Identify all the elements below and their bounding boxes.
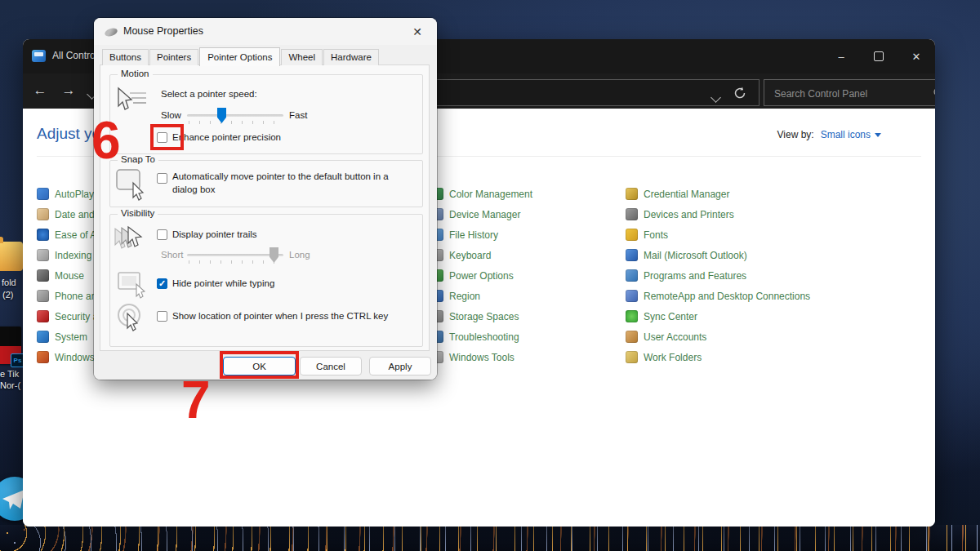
tab-buttons[interactable]: Buttons: [102, 49, 149, 65]
tab-wheel[interactable]: Wheel: [281, 49, 323, 65]
minimize-button[interactable]: –: [822, 39, 860, 73]
address-dropdown-icon[interactable]: [712, 90, 719, 104]
folder-icon[interactable]: [0, 242, 23, 271]
sync-center-icon: [626, 310, 638, 322]
photoshop-file-icon[interactable]: Ps: [0, 327, 21, 364]
tab-pointer-options[interactable]: Pointer Options: [199, 47, 280, 66]
folder-label-2: (2): [2, 290, 13, 300]
pointer-trails-icon: [112, 225, 149, 253]
item-label: Region: [449, 291, 480, 302]
control-panel-app-icon: [32, 50, 46, 62]
enhance-pointer-precision-checkbox[interactable]: [157, 132, 167, 143]
control-panel-item-autoplay[interactable]: AutoPlay: [37, 184, 98, 204]
control-panel-item-programs-and-features[interactable]: Programs and Features: [626, 265, 810, 286]
show-pointer-location-checkbox[interactable]: [157, 311, 167, 322]
control-panel-item-security-a[interactable]: Security a: [37, 306, 98, 327]
control-panel-item-keyboard[interactable]: Keyboard: [431, 245, 532, 265]
refresh-icon[interactable]: [733, 86, 747, 104]
close-button[interactable]: ✕: [898, 39, 935, 73]
control-panel-item-sync-center[interactable]: Sync Center: [626, 306, 810, 327]
items-column-left: AutoPlayDate andEase of AIndexingMousePh…: [37, 184, 98, 367]
control-panel-item-credential-manager[interactable]: Credential Manager: [626, 184, 810, 204]
programs-features-icon: [626, 269, 638, 282]
control-panel-item-fonts[interactable]: Fonts: [626, 224, 810, 245]
cancel-button[interactable]: Cancel: [300, 357, 362, 375]
pointer-speed-label: Select a pointer speed:: [161, 89, 257, 99]
ok-button[interactable]: OK: [223, 357, 296, 375]
control-panel-item-storage-spaces[interactable]: Storage Spaces: [431, 306, 532, 327]
item-label: Sync Center: [644, 311, 697, 322]
control-panel-item-user-accounts[interactable]: User Accounts: [626, 327, 810, 347]
control-panel-item-troubleshooting[interactable]: Troubleshooting: [431, 327, 532, 347]
maximize-button[interactable]: [860, 39, 898, 73]
control-panel-item-remoteapp-and-desktop-connections[interactable]: RemoteApp and Desktop Connections: [626, 286, 810, 306]
show-pointer-location-label: Show location of pointer when I press th…: [172, 311, 388, 321]
user-accounts-icon: [626, 331, 638, 343]
tab-hardware[interactable]: Hardware: [323, 49, 379, 65]
windows-firewall-icon: [37, 351, 49, 363]
item-label: Security a: [55, 311, 98, 322]
dialog-close-icon[interactable]: ✕: [409, 24, 425, 40]
pointer-speed-icon: [114, 87, 148, 113]
item-label: Device Manager: [449, 209, 520, 220]
control-panel-item-indexing[interactable]: Indexing: [37, 245, 98, 265]
system-icon: [37, 331, 49, 343]
control-panel-item-date-and[interactable]: Date and: [37, 204, 98, 224]
control-panel-item-device-manager[interactable]: Device Manager: [431, 204, 532, 224]
item-label: System: [55, 331, 87, 343]
item-label: Power Options: [449, 270, 514, 282]
items-column-right: Credential ManagerDevices and PrintersFo…: [626, 184, 810, 367]
wallpaper-city-lights: [0, 525, 980, 551]
control-panel-item-work-folders[interactable]: Work Folders: [626, 347, 810, 367]
visibility-legend: Visibility: [118, 208, 158, 218]
display-pointer-trails-checkbox[interactable]: [157, 229, 167, 240]
back-button[interactable]: ←: [30, 81, 50, 100]
item-label: Phone an: [55, 291, 96, 302]
apply-button[interactable]: Apply: [369, 357, 431, 375]
item-label: Windows Tools: [449, 352, 514, 363]
control-panel-item-power-options[interactable]: Power Options: [431, 265, 532, 286]
item-label: Keyboard: [449, 250, 491, 261]
view-by-dropdown[interactable]: Small icons: [821, 129, 881, 140]
item-label: Mail (Microsoft Outlook): [644, 250, 747, 261]
fast-label: Fast: [289, 110, 307, 120]
enhance-pointer-precision-label: Enhance pointer precision: [172, 132, 281, 142]
desktop: fold (2) Ps e Tik Nor-( egram All Contro…: [0, 0, 980, 551]
search-input[interactable]: [773, 84, 927, 103]
snap-to-icon: [115, 168, 148, 202]
snap-to-checkbox[interactable]: [157, 173, 167, 184]
item-label: RemoteApp and Desktop Connections: [644, 291, 810, 302]
control-panel-item-windows[interactable]: Windows: [37, 347, 98, 367]
control-panel-item-file-history[interactable]: File History: [431, 224, 532, 245]
hide-pointer-while-typing-checkbox[interactable]: [157, 278, 167, 289]
item-label: Mouse: [55, 270, 84, 282]
control-panel-item-ease-of-a[interactable]: Ease of A: [37, 224, 98, 245]
items-column-middle: Color ManagementDevice ManagerFile Histo…: [431, 184, 532, 367]
control-panel-item-mail-microsoft-outlook-[interactable]: Mail (Microsoft Outlook): [626, 245, 810, 265]
control-panel-item-system[interactable]: System: [37, 327, 98, 347]
maximize-icon: [874, 51, 884, 61]
control-panel-item-color-management[interactable]: Color Management: [431, 184, 532, 204]
date-time-icon: [37, 208, 49, 220]
control-panel-item-mouse[interactable]: Mouse: [37, 265, 98, 286]
control-panel-item-windows-tools[interactable]: Windows Tools: [431, 347, 532, 367]
item-label: Work Folders: [644, 352, 702, 363]
pointer-speed-slider-track[interactable]: [187, 114, 283, 117]
devices-printers-icon: [626, 208, 638, 220]
phone-modem-icon: [37, 290, 49, 302]
control-panel-item-phone-an[interactable]: Phone an: [37, 286, 98, 306]
search-icon[interactable]: [933, 87, 935, 103]
display-pointer-trails-label: Display pointer trails: [172, 229, 257, 239]
item-label: Indexing: [55, 250, 91, 261]
forward-button[interactable]: →: [59, 81, 78, 100]
dialog-titlebar: Mouse Properties ✕: [94, 18, 437, 45]
control-panel-item-devices-and-printers[interactable]: Devices and Printers: [626, 204, 810, 224]
search-field: [764, 79, 935, 106]
control-panel-item-region[interactable]: Region: [431, 286, 532, 306]
show-pointer-location-icon: [115, 302, 148, 336]
snap-to-label: Automatically move pointer to the defaul…: [172, 171, 414, 196]
item-label: Programs and Features: [644, 270, 746, 282]
ease-of-access-icon: [37, 229, 49, 241]
work-folders-icon: [626, 351, 638, 363]
tab-pointers[interactable]: Pointers: [149, 49, 198, 65]
